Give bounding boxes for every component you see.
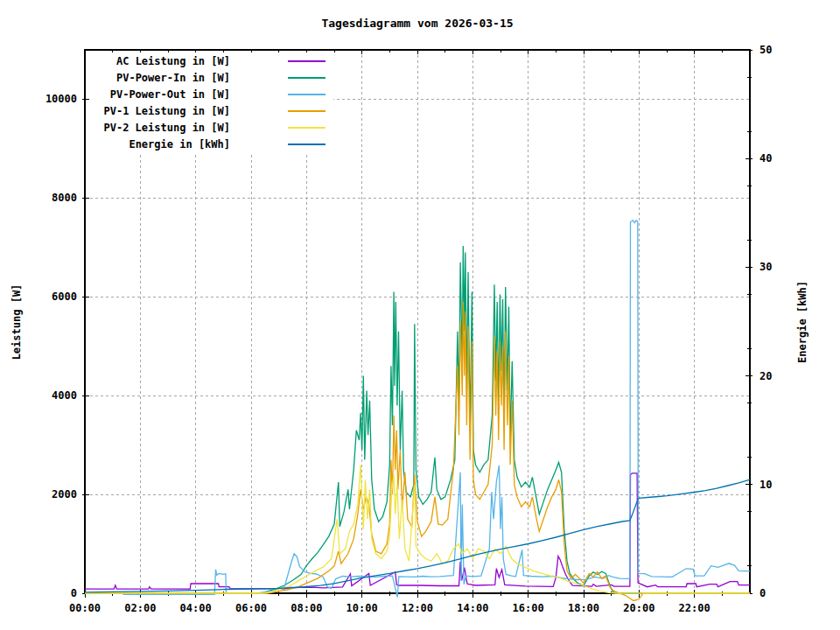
y-right-tick-label: 20 bbox=[760, 370, 802, 382]
x-tick-label: 14:00 bbox=[444, 602, 500, 614]
x-tick-label: 18:00 bbox=[556, 602, 612, 614]
legend-item-label: PV-2 Leistung in [W] bbox=[90, 122, 230, 134]
legend-item: AC Leistung in [W] bbox=[90, 52, 333, 69]
legend-item-label: PV-Power-Out in [W] bbox=[90, 88, 230, 101]
legend-line-sample-skyblue bbox=[288, 94, 326, 95]
legend-line-sample-yellow bbox=[288, 127, 326, 129]
y-axis-left-label: Leistung [W] bbox=[10, 274, 23, 370]
y-right-tick-label: 10 bbox=[760, 479, 802, 491]
legend-line-sample-blue bbox=[288, 144, 326, 145]
chart-title: Tagesdiagramm vom 2026-03-15 bbox=[85, 18, 750, 30]
y-axis-right-label: Energie [kWh] bbox=[796, 274, 808, 370]
y-right-tick-label: 40 bbox=[760, 152, 802, 164]
legend-item: Energie in [kWh] bbox=[90, 136, 333, 152]
legend-item-label: AC Leistung in [W] bbox=[90, 55, 230, 67]
x-tick-label: 02:00 bbox=[112, 602, 168, 614]
y-left-tick-label: 10000 bbox=[7, 93, 77, 105]
x-tick-label: 12:00 bbox=[389, 602, 445, 614]
legend: AC Leistung in [W]PV-Power-In in [W]PV-P… bbox=[90, 52, 333, 152]
y-left-tick-label: 0 bbox=[7, 587, 77, 599]
legend-line-sample-purple bbox=[288, 60, 326, 62]
legend-item: PV-Power-In in [W] bbox=[90, 69, 333, 86]
y-left-tick-label: 6000 bbox=[7, 290, 77, 303]
legend-item-label: Energie in [kWh] bbox=[90, 138, 230, 150]
legend-item: PV-1 Leistung in [W] bbox=[90, 102, 333, 119]
legend-item: PV-2 Leistung in [W] bbox=[90, 119, 333, 136]
daily-pv-chart: Tagesdiagramm vom 2026-03-15 Leistung [W… bbox=[0, 0, 840, 630]
legend-item-label: PV-1 Leistung in [W] bbox=[90, 105, 230, 117]
x-tick-label: 10:00 bbox=[334, 602, 390, 614]
y-left-tick-label: 8000 bbox=[7, 192, 77, 204]
legend-item: PV-Power-Out in [W] bbox=[90, 86, 333, 102]
y-left-tick-label: 4000 bbox=[7, 389, 77, 402]
y-right-tick-label: 50 bbox=[760, 44, 802, 56]
x-tick-label: 20:00 bbox=[611, 602, 667, 614]
legend-line-sample-orange bbox=[288, 110, 326, 112]
x-tick-label: 00:00 bbox=[57, 602, 113, 614]
x-tick-label: 08:00 bbox=[278, 602, 334, 614]
legend-item-label: PV-Power-In in [W] bbox=[90, 72, 230, 84]
y-left-tick-label: 2000 bbox=[7, 488, 77, 500]
legend-line-sample-green bbox=[288, 77, 326, 79]
x-tick-label: 06:00 bbox=[223, 602, 279, 614]
x-tick-label: 16:00 bbox=[500, 602, 556, 614]
y-right-tick-label: 30 bbox=[760, 261, 802, 273]
x-tick-label: 22:00 bbox=[667, 602, 723, 614]
y-right-tick-label: 0 bbox=[760, 587, 802, 599]
x-tick-label: 04:00 bbox=[168, 602, 224, 614]
